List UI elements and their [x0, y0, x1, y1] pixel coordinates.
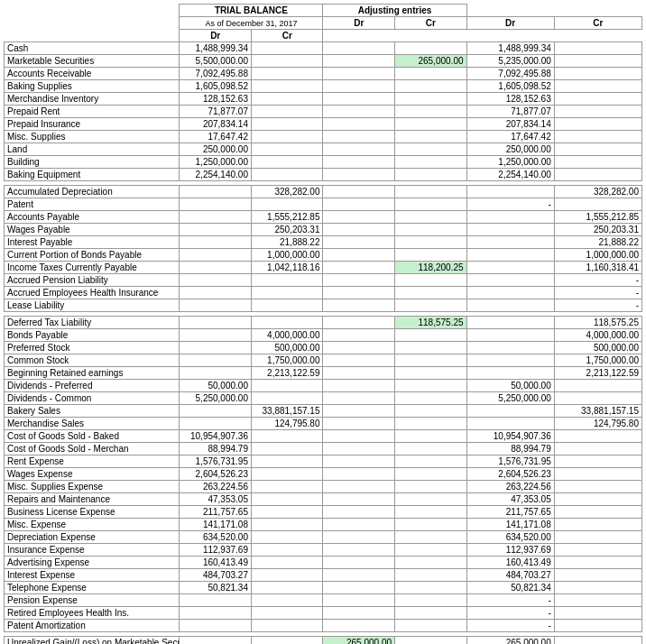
row-bal-cr: 1,160,318.41: [554, 262, 641, 274]
table-row: Common Stock1,750,000.001,750,000.00: [5, 354, 642, 367]
row-tb-cr: [251, 68, 323, 80]
row-adj-cr: [395, 106, 467, 118]
row-tb-cr: 1,750,000.00: [251, 354, 323, 367]
row-adj-cr: [395, 418, 467, 430]
row-label: Baking Equipment: [5, 169, 180, 181]
row-bal-cr: -: [554, 274, 641, 287]
row-bal-dr: 112,937.69: [466, 544, 554, 557]
row-bal-cr: [554, 637, 641, 645]
row-label: Misc. Supplies: [5, 131, 180, 143]
row-adj-dr: [323, 93, 395, 106]
table-row: Depreciation Expense634,520.00634,520.00: [5, 531, 642, 544]
empty-header: [5, 5, 180, 17]
row-adj-dr: [323, 418, 395, 430]
table-row: Patent Amortization-: [5, 620, 642, 632]
row-label: Dividends - Preferred: [5, 380, 180, 392]
row-adj-dr: [323, 367, 395, 380]
row-label: Cash: [5, 42, 180, 55]
row-adj-cr: [395, 443, 467, 455]
row-tb-dr: 2,254,140.00: [180, 169, 252, 181]
row-label: Rent Expense: [5, 455, 180, 468]
table-row: Misc. Expense141,171.08141,171.08: [5, 519, 642, 531]
row-bal-dr: 141,171.08: [466, 519, 554, 531]
row-bal-dr: [466, 287, 554, 299]
row-tb-dr: [180, 274, 252, 287]
row-bal-dr: [466, 224, 554, 236]
row-label: Land: [5, 143, 180, 156]
row-adj-cr: [395, 582, 467, 594]
row-adj-cr: [395, 249, 467, 262]
row-adj-cr: [395, 557, 467, 569]
row-adj-cr: [395, 392, 467, 405]
row-bal-dr: 250,000.00: [466, 143, 554, 156]
row-bal-dr: 263,224.56: [466, 481, 554, 493]
row-bal-dr: [466, 274, 554, 287]
row-bal-dr: 1,488,999.34: [466, 42, 554, 55]
row-tb-dr: [180, 224, 252, 236]
row-bal-cr: 1,000,000.00: [554, 249, 641, 262]
row-bal-cr: 1,750,000.00: [554, 354, 641, 367]
row-bal-dr: 160,413.49: [466, 557, 554, 569]
row-bal-dr: [466, 186, 554, 198]
row-bal-cr: [554, 42, 641, 55]
row-bal-dr: 484,703.27: [466, 569, 554, 582]
row-bal-cr: 2,213,122.59: [554, 367, 641, 380]
row-tb-cr: 1,555,212.85: [251, 211, 323, 224]
row-bal-dr: 2,254,140.00: [466, 169, 554, 181]
table-row: Interest Expense484,703.27484,703.27: [5, 569, 642, 582]
table-row: Repairs and Maintenance47,353.0547,353.0…: [5, 493, 642, 506]
row-tb-cr: 21,888.22: [251, 236, 323, 249]
row-label: Business License Expense: [5, 506, 180, 519]
row-bal-cr: [554, 531, 641, 544]
row-adj-dr: [323, 468, 395, 481]
row-tb-cr: [251, 531, 323, 544]
row-bal-dr: -: [466, 594, 554, 607]
row-tb-dr: 160,413.49: [180, 557, 252, 569]
row-bal-dr: [466, 249, 554, 262]
row-adj-cr: [395, 637, 467, 645]
row-adj-cr: [395, 506, 467, 519]
row-bal-cr: [554, 544, 641, 557]
row-tb-dr: [180, 342, 252, 354]
row-bal-cr: [554, 506, 641, 519]
row-tb-cr: [251, 519, 323, 531]
row-adj-cr: [395, 169, 467, 181]
row-adj-dr: [323, 506, 395, 519]
row-tb-dr: [180, 287, 252, 299]
adj-header: Adjusting entries: [323, 5, 466, 17]
row-tb-cr: [251, 468, 323, 481]
row-bal-dr: 211,757.65: [466, 506, 554, 519]
row-bal-cr: 328,282.00: [554, 186, 641, 198]
row-adj-dr: [323, 481, 395, 493]
row-bal-cr: [554, 455, 641, 468]
row-label: Retired Employees Health Ins.: [5, 607, 180, 620]
row-tb-dr: 1,576,731.95: [180, 455, 252, 468]
row-label: Telephone Expense: [5, 582, 180, 594]
row-tb-cr: [251, 93, 323, 106]
row-bal-cr: 250,203.31: [554, 224, 641, 236]
row-adj-dr: [323, 620, 395, 632]
row-tb-cr: [251, 493, 323, 506]
row-bal-cr: [554, 380, 641, 392]
row-adj-cr: [395, 367, 467, 380]
table-row: Building1,250,000.001,250,000.00: [5, 156, 642, 169]
row-tb-dr: 263,224.56: [180, 481, 252, 493]
row-tb-dr: 484,703.27: [180, 569, 252, 582]
row-bal-dr: 5,250,000.00: [466, 392, 554, 405]
row-adj-cr: [395, 594, 467, 607]
row-label: Cost of Goods Sold - Baked: [5, 430, 180, 443]
row-bal-cr: 21,888.22: [554, 236, 641, 249]
table-row: Accrued Employees Health Insurance-: [5, 287, 642, 299]
row-label: Dividends - Common: [5, 392, 180, 405]
row-tb-dr: 250,000.00: [180, 143, 252, 156]
row-label: Accounts Payable: [5, 211, 180, 224]
table-row: Prepaid Rent71,877.0771,877.07: [5, 106, 642, 118]
row-adj-dr: [323, 287, 395, 299]
row-tb-cr: [251, 582, 323, 594]
table-row: Merchandise Sales124,795.80124,795.80: [5, 418, 642, 430]
bal-dr-empty: [466, 30, 554, 42]
row-adj-cr: [395, 68, 467, 80]
row-tb-cr: 124,795.80: [251, 418, 323, 430]
adj-dr-header: Dr: [323, 17, 395, 30]
row-bal-dr: [466, 329, 554, 342]
